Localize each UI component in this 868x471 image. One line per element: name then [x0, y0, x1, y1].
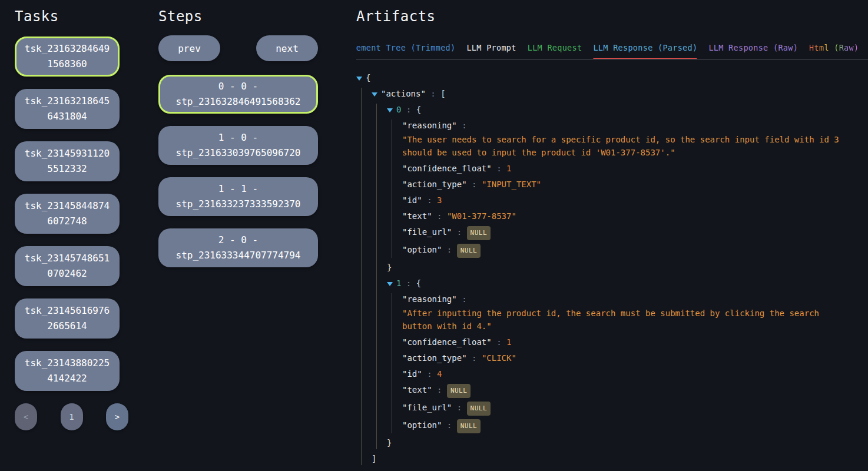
json-key: "file_url" [402, 227, 452, 237]
task-list: tsk_231632846491568360tsk_23163218645643… [15, 37, 128, 391]
pagination-page-button[interactable]: 1 [61, 403, 83, 430]
tab-html-raw[interactable]: Html (Raw) [809, 39, 859, 59]
json-key: "action_type" [402, 353, 467, 363]
task-item[interactable]: tsk_231457486510702462 [15, 246, 120, 286]
json-row: ] [372, 453, 846, 465]
null-badge: NULL [467, 226, 491, 240]
json-row: "file_url" : NULL [402, 226, 846, 240]
task-item[interactable]: tsk_231632186456431804 [15, 89, 120, 129]
json-value: 3 [437, 195, 442, 205]
json-row: 1 : { [387, 277, 846, 290]
task-item[interactable]: tsk_231458448746072748 [15, 194, 120, 234]
json-key: "option" [402, 420, 442, 430]
json-value: 1 [506, 337, 511, 347]
tab-llm-response-parsed[interactable]: LLM Response (Parsed) [593, 39, 697, 59]
pagination-prev-button[interactable]: < [15, 403, 37, 430]
step-item[interactable]: 0 - 0 - stp_231632846491568362 [158, 75, 318, 114]
step-item[interactable]: 1 - 0 - stp_231633039765096720 [158, 126, 318, 165]
step-item[interactable]: 1 - 1 - stp_231633237333592370 [158, 177, 318, 216]
json-key: "reasoning" [402, 294, 457, 304]
step-nav: prev next [158, 35, 318, 61]
json-row: "action_type" : "INPUT_TEXT" [402, 178, 846, 191]
next-step-button[interactable]: next [256, 35, 318, 61]
tasks-pagination: < 1 > [15, 403, 128, 430]
artifacts-panel: Artifacts Element Tree (Trimmed)LLM Prom… [356, 6, 868, 471]
json-key: "actions" [381, 89, 426, 98]
json-value: 4 [437, 369, 442, 379]
collapse-icon[interactable] [356, 77, 362, 81]
json-value: "W01-377-8537" [447, 211, 516, 221]
prev-step-button[interactable]: prev [158, 35, 220, 61]
tasks-panel: Tasks tsk_231632846491568360tsk_23163218… [15, 6, 128, 430]
json-key: "text" [402, 385, 432, 394]
json-key: "id" [402, 195, 422, 205]
json-row: "text" : NULL [402, 384, 846, 398]
json-row: "confidence_float" : 1 [402, 336, 846, 349]
json-row: "text" : "W01-377-8537" [402, 210, 846, 223]
json-row: "file_url" : NULL [402, 402, 846, 416]
json-row: "confidence_float" : 1 [402, 162, 846, 175]
json-value: "The user needs to search for a specific… [402, 133, 846, 159]
json-key: "confidence_float" [402, 164, 492, 173]
json-key: "text" [402, 211, 432, 221]
null-badge: NULL [457, 244, 481, 258]
task-item[interactable]: tsk_231632846491568360 [15, 37, 120, 77]
json-row: "reasoning" : "The user needs to search … [402, 120, 846, 159]
json-row: } [356, 469, 846, 471]
tab-llm-response-raw[interactable]: LLM Response (Raw) [708, 39, 798, 59]
json-row: "id" : 4 [402, 368, 846, 380]
json-value: "INPUT_TEXT" [482, 180, 541, 189]
json-row: "option" : NULL [402, 244, 846, 258]
collapse-icon[interactable] [387, 282, 393, 286]
json-row: "reasoning" : "After inputting the produ… [402, 293, 846, 333]
null-badge: NULL [447, 384, 471, 398]
json-key: "confidence_float" [402, 337, 492, 347]
artifacts-tabbar: Element Tree (Trimmed)LLM PromptLLM Requ… [356, 39, 868, 60]
json-row: } [387, 437, 846, 449]
tab-element-tree-trimmed[interactable]: Element Tree (Trimmed) [356, 39, 455, 59]
json-value: "After inputting the product id, the sea… [402, 307, 846, 333]
collapse-icon[interactable] [372, 92, 377, 97]
tab-llm-prompt[interactable]: LLM Prompt [466, 39, 516, 59]
artifacts-title: Artifacts [356, 8, 868, 25]
null-badge: NULL [467, 402, 491, 416]
json-value: 1 [506, 164, 511, 173]
json-row: } [387, 261, 846, 274]
json-key: "file_url" [402, 403, 452, 412]
task-item[interactable]: tsk_231438802254142422 [15, 351, 120, 391]
steps-title: Steps [158, 8, 318, 25]
json-key: "id" [402, 369, 422, 379]
task-item[interactable]: tsk_231459311205512332 [15, 141, 120, 181]
json-row: "actions" : [ [372, 88, 846, 100]
json-tree: {"actions" : [0 : {"reasoning" : "The us… [356, 72, 846, 471]
null-badge: NULL [457, 419, 481, 433]
tab-llm-request[interactable]: LLM Request [528, 39, 582, 59]
json-row: { [356, 72, 846, 84]
json-key: "action_type" [402, 180, 467, 189]
tasks-title: Tasks [15, 8, 128, 25]
json-key: "reasoning" [402, 121, 457, 130]
json-key: "option" [402, 245, 442, 254]
json-row: "id" : 3 [402, 194, 846, 207]
steps-panel: Steps prev next 0 - 0 - stp_231632846491… [158, 6, 318, 280]
json-row: "option" : NULL [402, 419, 846, 433]
json-row: 0 : { [387, 104, 846, 116]
json-row: "action_type" : "CLICK" [402, 352, 846, 364]
task-item[interactable]: tsk_231456169762665614 [15, 298, 120, 339]
step-list: 0 - 0 - stp_2316328464915683621 - 0 - st… [158, 75, 318, 267]
collapse-icon[interactable] [387, 108, 393, 112]
pagination-next-button[interactable]: > [106, 403, 128, 430]
json-value: "CLICK" [482, 353, 516, 363]
step-item[interactable]: 2 - 0 - stp_231633344707774794 [158, 228, 318, 267]
